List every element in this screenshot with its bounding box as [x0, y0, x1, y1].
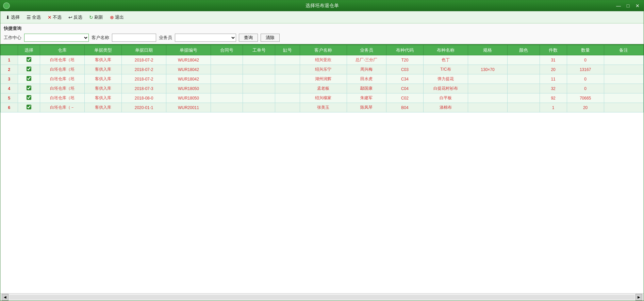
exit-icon: ⊗	[110, 15, 114, 20]
header-select: 选择	[18, 45, 40, 55]
row-checkbox[interactable]	[27, 105, 31, 109]
scrollbar-track[interactable]	[9, 295, 635, 300]
header-spec: 规格	[468, 45, 507, 55]
row-checkbox[interactable]	[27, 95, 31, 100]
title-bar: 选择坯布退仓单 — □ ✕	[0, 0, 644, 11]
table-row[interactable]: 1白坯仓库（坯客供入库2018-07-2WUR18042绍兴亚欣总厂-三分厂T2…	[1, 55, 644, 65]
table-row[interactable]: 5白坯仓库（坯客供入库2018-08-0WUR18050绍兴穰家朱建军C02白平…	[1, 93, 644, 103]
clear-button[interactable]: 清除	[261, 34, 280, 42]
header-cylinder: 缸号	[275, 45, 300, 55]
row-checkbox[interactable]	[27, 86, 31, 90]
header-docdate: 单据日期	[122, 45, 166, 55]
close-button[interactable]: ✕	[634, 3, 641, 8]
table-container[interactable]: 选择 仓库 单据类型 单据日期 单据编号 合同号 工单号 缸号 客户名称 业务员…	[0, 44, 644, 293]
invert-icon: ↩	[68, 15, 72, 20]
invert-label: 反选	[73, 14, 82, 20]
query-button[interactable]: 查询	[239, 34, 258, 42]
data-table: 选择 仓库 单据类型 单据日期 单据编号 合同号 工单号 缸号 客户名称 业务员…	[0, 45, 644, 112]
window-controls: — □ ✕	[615, 3, 641, 8]
table-body: 1白坯仓库（坯客供入库2018-07-2WUR18042绍兴亚欣总厂-三分厂T2…	[1, 55, 644, 112]
header-contract: 合同号	[211, 45, 243, 55]
refresh-button[interactable]: ↻ 刷新	[86, 13, 106, 21]
search-title: 快捷查询	[4, 25, 640, 32]
header-rownum	[1, 45, 18, 55]
refresh-label: 刷新	[94, 14, 103, 20]
select-button[interactable]: ⬇ 选择	[3, 13, 22, 21]
bottom-scrollbar: ◀ ▶	[0, 293, 644, 301]
header-fabricname: 布种名称	[423, 45, 468, 55]
customer-label: 客户名称	[92, 35, 109, 41]
header-color: 颜色	[508, 45, 540, 55]
deselect-label: 不选	[53, 14, 62, 20]
window-title: 选择坯布退仓单	[306, 3, 339, 9]
invert-button[interactable]: ↩ 反选	[66, 13, 85, 21]
exit-label: 退出	[115, 14, 124, 20]
row-checkbox[interactable]	[27, 76, 31, 81]
header-salesperson: 业务员	[347, 45, 386, 55]
select-all-icon: ☰	[27, 15, 31, 20]
minimize-button[interactable]: —	[615, 3, 622, 8]
deselect-icon: ✕	[48, 15, 52, 20]
scroll-left-button[interactable]: ◀	[2, 294, 9, 301]
search-area: 快捷查询 工作中心 客户名称 业务员 查询 清除	[0, 23, 644, 44]
header-fabriccode: 布种代码	[386, 45, 423, 55]
app-logo	[3, 2, 10, 9]
toolbar: ⬇ 选择 ☰ 全选 ✕ 不选 ↩ 反选 ↻ 刷新 ⊗ 退出	[0, 11, 644, 23]
header-qty: 数量	[567, 45, 604, 55]
exit-button[interactable]: ⊗ 退出	[107, 13, 127, 21]
row-checkbox[interactable]	[27, 57, 31, 62]
maximize-button[interactable]: □	[625, 3, 631, 8]
select-label: 选择	[11, 14, 20, 20]
table-row[interactable]: 4白坯仓库（坯客供入库2018-07-3WUR18050孟老板鄢国康C04白提花…	[1, 84, 644, 93]
table-header-row: 选择 仓库 单据类型 单据日期 单据编号 合同号 工单号 缸号 客户名称 业务员…	[1, 45, 644, 55]
table-row[interactable]: 3白坯仓库（坯客供入库2018-07-2WUR18042湖州润辉田水虎C34弹力…	[1, 74, 644, 84]
salesperson-label: 业务员	[159, 35, 172, 41]
main-window: 选择坯布退仓单 — □ ✕ ⬇ 选择 ☰ 全选 ✕ 不选 ↩ 反选 ↻ 刷新 ⊗	[0, 0, 644, 301]
header-workorder: 工单号	[243, 45, 275, 55]
workcenter-select[interactable]	[24, 34, 89, 42]
select-all-button[interactable]: ☰ 全选	[24, 13, 44, 21]
header-docno: 单据编号	[166, 45, 211, 55]
header-remark: 备注	[604, 45, 643, 55]
workcenter-label: 工作中心	[4, 35, 21, 41]
header-doctype: 单据类型	[85, 45, 122, 55]
customer-input[interactable]	[112, 34, 156, 42]
header-customer: 客户名称	[300, 45, 347, 55]
select-all-label: 全选	[32, 14, 41, 20]
refresh-icon: ↻	[89, 15, 93, 20]
scroll-right-button[interactable]: ▶	[635, 294, 642, 301]
table-row[interactable]: 2白坯仓库（坯客供入库2018-07-2WUR18042绍兴乐宁周兴梅C03T/…	[1, 65, 644, 74]
deselect-button[interactable]: ✕ 不选	[45, 13, 64, 21]
search-row: 工作中心 客户名称 业务员 查询 清除	[4, 34, 640, 42]
header-pieces: 件数	[540, 45, 567, 55]
row-checkbox[interactable]	[27, 67, 31, 71]
select-icon: ⬇	[6, 15, 10, 20]
salesperson-select[interactable]	[175, 34, 236, 42]
header-warehouse: 仓库	[40, 45, 85, 55]
table-row[interactable]: 6白坯仓库（－客供入库2020-01-1WUR20011张美玉陈凤琴B04涤棉布…	[1, 103, 644, 112]
